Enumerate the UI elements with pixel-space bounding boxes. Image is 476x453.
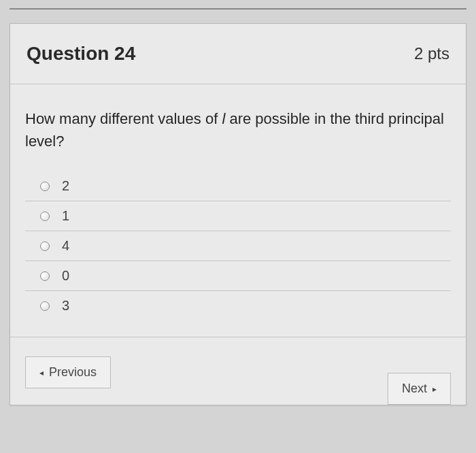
radio-icon	[40, 241, 50, 251]
option-0[interactable]: 2	[25, 171, 451, 201]
option-4[interactable]: 3	[25, 291, 451, 320]
question-card: Question 24 2 pts How many different val…	[10, 23, 466, 405]
question-footer: ◂ Previous Next ▸	[10, 337, 466, 405]
radio-icon	[40, 301, 50, 311]
option-2[interactable]: 4	[25, 231, 451, 261]
radio-icon	[40, 271, 50, 281]
question-prompt: How many different values of l are possi…	[25, 107, 451, 152]
option-label: 0	[62, 268, 69, 284]
radio-icon	[40, 212, 50, 221]
option-label: 2	[62, 178, 69, 194]
prompt-text-before: How many different values of	[25, 110, 222, 127]
option-label: 4	[62, 238, 69, 254]
arrow-right-icon: ▸	[432, 384, 437, 394]
option-1[interactable]: 1	[25, 201, 451, 231]
question-body: How many different values of l are possi…	[10, 84, 466, 337]
previous-button[interactable]: ◂ Previous	[25, 356, 111, 388]
next-label: Next	[402, 382, 427, 396]
previous-label: Previous	[49, 365, 97, 380]
question-title: Question 24	[27, 43, 135, 65]
next-button[interactable]: Next ▸	[388, 373, 451, 405]
options-list: 2 1 4 0 3	[25, 171, 451, 320]
option-label: 3	[62, 298, 69, 314]
top-divider	[10, 8, 466, 10]
arrow-left-icon: ◂	[39, 368, 44, 378]
option-label: 1	[62, 208, 69, 224]
question-header: Question 24 2 pts	[10, 24, 466, 84]
radio-icon	[40, 182, 50, 191]
question-points: 2 pts	[414, 44, 449, 63]
option-3[interactable]: 0	[25, 261, 451, 291]
